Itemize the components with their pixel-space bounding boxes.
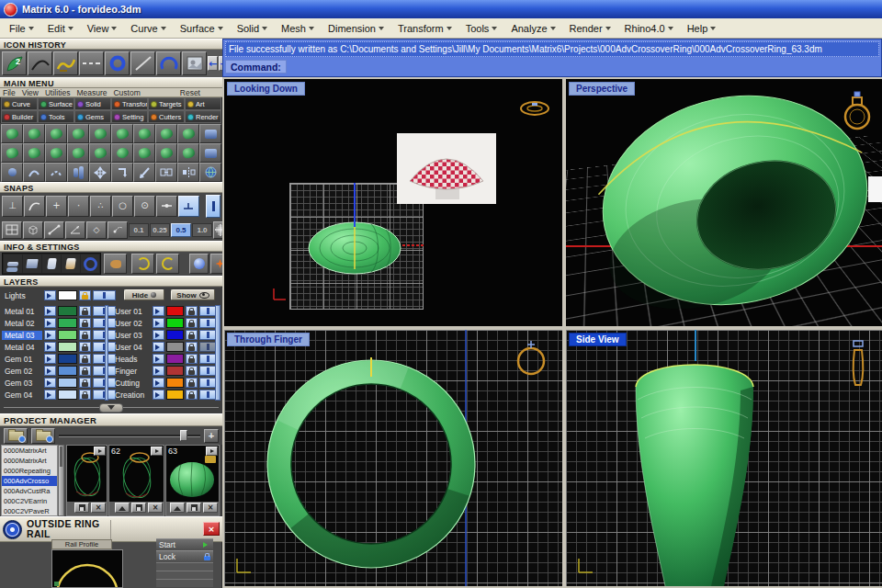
arc-tool-icon[interactable] [45, 163, 67, 182]
layer-color-swatch[interactable] [166, 390, 184, 400]
layer-visibility-toggle[interactable] [93, 290, 116, 300]
lock-icon[interactable] [186, 330, 198, 340]
layer-arrow-button[interactable] [153, 390, 164, 400]
add-project-button[interactable]: + [204, 429, 219, 443]
menu-render[interactable]: Render [570, 23, 611, 34]
menu-dimension[interactable]: Dimension [328, 23, 384, 34]
angle-snap-icon[interactable] [65, 221, 85, 239]
lock-icon[interactable] [79, 342, 91, 352]
layer-color-swatch[interactable] [166, 330, 184, 340]
layer-arrow-button[interactable] [44, 318, 56, 328]
lock-icon[interactable] [186, 306, 198, 316]
layer-arrow-button[interactable] [153, 330, 164, 340]
jump-snap-icon[interactable] [107, 221, 128, 239]
title-bar[interactable]: Matrix 6.0 - forvideo.3dm [0, 0, 882, 18]
tab-surface[interactable]: Surface [38, 97, 74, 110]
sweep-icon[interactable] [53, 51, 78, 75]
surface-tool-icon[interactable] [45, 124, 67, 143]
menu-curve[interactable]: Curve [130, 23, 165, 34]
history-dog-icon[interactable] [104, 254, 127, 274]
arc-tool-icon[interactable] [23, 163, 45, 182]
restore-version-button[interactable] [115, 503, 130, 513]
project-thumbnail-62[interactable]: 62 × [108, 445, 164, 516]
menu-help[interactable]: Help [687, 23, 717, 34]
layer-arrow-button[interactable] [44, 290, 56, 300]
layer-visibility-toggle[interactable] [199, 354, 216, 364]
materials-icon[interactable] [4, 254, 22, 273]
mainmenu-utilities[interactable]: Utilities [45, 88, 70, 97]
project-thumbnail-63[interactable]: 63 × [165, 445, 220, 516]
viewport-perspective[interactable]: Perspective [566, 79, 882, 326]
thumbnail-size-slider[interactable] [59, 429, 200, 442]
hide-button[interactable]: Hide [124, 289, 164, 300]
layer-color-swatch[interactable] [58, 366, 77, 376]
layers-scrollbar[interactable] [105, 305, 108, 401]
surface-2-icon[interactable]: 2 [2, 51, 27, 75]
tab-transform[interactable]: Transform [111, 97, 148, 110]
lock-icon[interactable] [79, 330, 91, 340]
layer-visibility-toggle[interactable] [199, 378, 216, 388]
tab-cutters[interactable]: Cutters [148, 110, 185, 123]
menu-solid[interactable]: Solid [237, 23, 267, 34]
sphere-tool-icon[interactable] [111, 143, 133, 163]
diamond-snap-icon[interactable]: ◇ [86, 221, 107, 239]
thumbnail-play-button[interactable] [206, 447, 218, 456]
thumbnail-play-button[interactable] [94, 447, 106, 456]
mainmenu-custom[interactable]: Custom [113, 88, 140, 97]
layer-color-swatch[interactable] [166, 342, 184, 352]
tab-render[interactable]: Render [185, 110, 221, 123]
snap-center-icon[interactable]: ⊙ [134, 196, 155, 217]
project-thumbnail-1[interactable]: × [66, 445, 107, 516]
viewport-looking-down[interactable]: Looking Down [224, 79, 562, 326]
main-menu-header[interactable]: MAIN MENU [0, 77, 222, 88]
notes-icon[interactable] [42, 254, 61, 273]
layer-arrow-button[interactable] [153, 354, 164, 364]
save-version-button[interactable] [131, 503, 146, 513]
menu-tools[interactable]: Tools [466, 23, 498, 34]
layer-color-swatch[interactable] [58, 390, 77, 400]
mainmenu-reset-button[interactable]: Reset [180, 88, 200, 97]
matrix-6-icon[interactable] [81, 254, 99, 273]
viewport-label-looking-down[interactable]: Looking Down [227, 82, 305, 96]
delete-version-button[interactable]: × [91, 503, 106, 513]
open-folder-icon[interactable] [4, 428, 28, 444]
layer-color-swatch[interactable] [166, 378, 184, 388]
line-snap-icon[interactable] [44, 221, 64, 239]
layer-arrow-button[interactable] [44, 330, 56, 340]
lock-icon[interactable] [186, 354, 198, 364]
lock-icon[interactable] [186, 390, 198, 400]
layer-visibility-toggle[interactable] [199, 306, 216, 316]
mainmenu-measure[interactable]: Measure [76, 88, 107, 97]
list-item[interactable]: 000C2VEarrin [2, 496, 57, 506]
menu-analyze[interactable]: Analyze [511, 23, 555, 34]
viewport-side-view[interactable]: Side View [566, 330, 882, 586]
project-manager-header[interactable]: PROJECT MANAGER [0, 413, 222, 426]
layer-arrow-button[interactable] [44, 378, 56, 388]
layer-arrow-button[interactable] [44, 306, 56, 316]
surface-tool-icon[interactable] [23, 124, 45, 143]
save-version-button[interactable] [187, 503, 201, 513]
list-item[interactable]: 000C2VPaveR [2, 506, 57, 516]
menu-view[interactable]: View [87, 23, 118, 34]
grid-size-0.5[interactable]: 0.5 [171, 223, 191, 237]
lock-icon[interactable] [79, 366, 91, 376]
thumbnail-play-button[interactable] [151, 447, 163, 456]
layer-color-swatch[interactable] [166, 366, 184, 376]
layer-label[interactable]: Lights [2, 291, 42, 300]
layers-header[interactable]: LAYERS [0, 276, 222, 287]
tab-curve[interactable]: Curve [1, 97, 38, 110]
mesh-tool-icon[interactable] [1, 143, 23, 163]
surface-tool-icon[interactable] [67, 124, 89, 143]
lock-icon[interactable] [186, 318, 198, 328]
arc-icon[interactable] [156, 51, 181, 75]
list-item[interactable]: 0000MatrixArt [2, 456, 57, 466]
list-item-selected[interactable]: 000AdvCrosso [2, 476, 57, 486]
camera-tool-icon[interactable] [199, 143, 221, 163]
lock-icon[interactable] [79, 318, 91, 328]
layer-arrow-button[interactable] [153, 342, 164, 352]
layer-arrow-button[interactable] [153, 378, 164, 388]
line-icon[interactable] [130, 51, 155, 75]
mirror-tool-icon[interactable] [177, 163, 199, 182]
scale-tool-icon[interactable] [133, 163, 155, 182]
layer-color-swatch[interactable] [58, 306, 77, 316]
